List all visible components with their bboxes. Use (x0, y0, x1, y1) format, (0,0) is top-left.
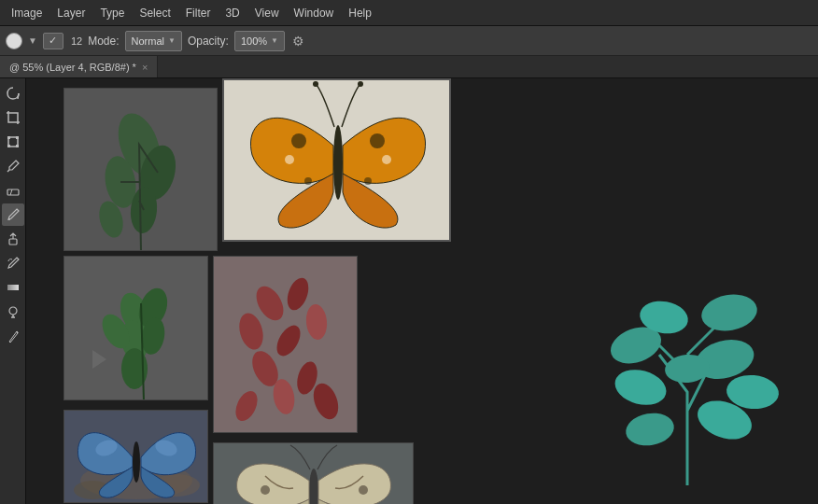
svg-point-30 (358, 81, 363, 87)
svg-point-9 (8, 218, 10, 220)
history-brush-tool[interactable] (2, 252, 24, 274)
svg-rect-10 (9, 239, 17, 245)
photo-moth (213, 442, 414, 504)
photo-leaves-mid (63, 256, 208, 400)
plant-illustration (585, 224, 790, 485)
mode-label: Mode: (88, 35, 119, 48)
menu-window[interactable]: Window (287, 3, 342, 23)
settings-icon[interactable]: ⚙ (290, 33, 307, 49)
brush-dropdown-arrow[interactable]: ▼ (28, 35, 37, 46)
svg-point-23 (291, 133, 306, 148)
dodge-burn-tool[interactable] (2, 301, 24, 323)
transform-tool[interactable] (2, 131, 24, 153)
menu-filter[interactable]: Filter (178, 3, 219, 23)
svg-point-59 (261, 485, 270, 495)
photo-butterfly-large (222, 78, 451, 242)
menu-select[interactable]: Select (132, 3, 177, 23)
menu-image[interactable]: Image (4, 3, 49, 23)
svg-point-22 (333, 125, 343, 200)
svg-point-63 (698, 290, 760, 335)
svg-point-64 (611, 364, 670, 410)
svg-line-0 (18, 93, 19, 99)
brush-mode-icon: ✓ (43, 33, 63, 49)
opacity-chevron: ▼ (271, 36, 278, 45)
svg-line-8 (10, 189, 12, 195)
active-tab[interactable]: @ 55% (Layer 4, RGB/8#) * × (0, 56, 158, 77)
svg-point-26 (382, 155, 391, 164)
left-toolpanel (0, 78, 26, 504)
menu-help[interactable]: Help (341, 3, 379, 23)
menu-layer[interactable]: Layer (49, 3, 92, 23)
crop-tool[interactable] (2, 106, 24, 129)
brush-tool[interactable] (2, 203, 24, 226)
opacity-value: 100% (241, 35, 267, 47)
mode-select-chevron: ▼ (168, 36, 176, 45)
svg-point-67 (623, 410, 676, 450)
menu-3d[interactable]: 3D (218, 3, 247, 23)
opacity-input[interactable]: 100% ▼ (234, 31, 285, 51)
svg-point-29 (313, 81, 318, 87)
svg-rect-4 (7, 145, 10, 147)
eraser-tool[interactable] (2, 179, 24, 202)
photo-butterfly-blue (63, 410, 208, 503)
svg-line-6 (7, 170, 9, 172)
svg-point-25 (285, 155, 294, 164)
mode-select-value: Normal (132, 35, 164, 47)
svg-point-60 (359, 485, 368, 495)
menu-view[interactable]: View (247, 3, 287, 23)
svg-point-53 (133, 441, 140, 483)
mode-select[interactable]: Normal ▼ (125, 31, 182, 51)
svg-rect-11 (7, 285, 19, 290)
eyedropper-tool[interactable] (2, 155, 24, 177)
svg-point-28 (364, 177, 372, 185)
brush-size-value: 12 (71, 35, 82, 47)
photo-leaves-top (63, 88, 218, 251)
svg-rect-2 (7, 136, 10, 139)
menubar: Image Layer Type Select Filter 3D View W… (0, 0, 818, 26)
svg-rect-7 (7, 189, 19, 195)
svg-point-12 (9, 307, 17, 315)
tabbar: @ 55% (Layer 4, RGB/8#) * × (0, 56, 818, 78)
svg-rect-5 (16, 145, 19, 147)
svg-point-24 (370, 133, 385, 148)
clone-tool[interactable] (2, 228, 24, 250)
lasso-tool[interactable] (2, 82, 24, 105)
opacity-label: Opacity: (188, 35, 229, 48)
svg-point-27 (304, 177, 312, 185)
brush-color-preview[interactable] (6, 33, 22, 49)
tab-close-button[interactable]: × (142, 62, 148, 73)
pen-tool[interactable] (2, 325, 24, 347)
toolbar: ▼ ✓ 12 Mode: Normal ▼ Opacity: 100% ▼ ⚙ (0, 26, 818, 56)
svg-rect-3 (16, 136, 19, 139)
menu-type[interactable]: Type (92, 3, 132, 23)
gradient-tool[interactable] (2, 276, 24, 299)
photo-flowers-pink (213, 256, 358, 433)
tab-label: @ 55% (Layer 4, RGB/8#) * (9, 62, 136, 73)
canvas-area (26, 78, 818, 504)
